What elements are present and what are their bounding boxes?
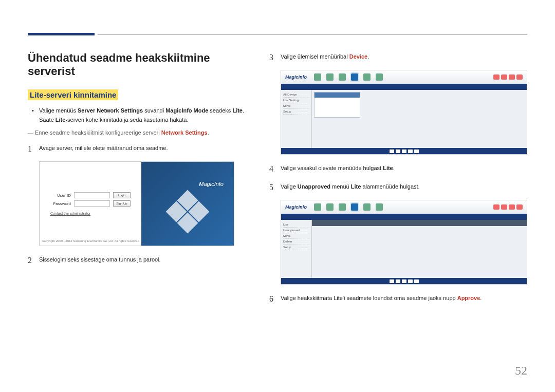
step-number: 5 bbox=[269, 181, 281, 194]
app-body: All Device Lite Setting Move Setup bbox=[281, 90, 527, 148]
sidebar-item[interactable]: Move bbox=[283, 233, 309, 239]
step-text: Valige vasakul olevate menüüde hulgast L… bbox=[281, 163, 527, 175]
tab-icon[interactable] bbox=[339, 203, 346, 211]
document-page: Ühendatud seadme heakskiitmine serverist… bbox=[0, 0, 555, 332]
left-column: Ühendatud seadme heakskiitmine serverist… bbox=[28, 51, 249, 311]
term-unapproved: Unapproved bbox=[298, 183, 330, 190]
term-device: Device bbox=[349, 53, 367, 60]
tab-icon[interactable] bbox=[376, 73, 383, 81]
t: alammenüüde hulgast. bbox=[361, 183, 419, 190]
status-icon[interactable] bbox=[493, 74, 499, 80]
right-column: 3 Valige ülemisel menüüribal Device. Mag… bbox=[269, 51, 527, 311]
sidebar-item[interactable]: Setup bbox=[283, 245, 309, 250]
step-text: Valige Unapproved menüü Lite alammenüüde… bbox=[281, 181, 527, 194]
contact-admin-link[interactable]: Contact the administrator bbox=[50, 212, 131, 215]
step-4: 4 Valige vasakul olevate menüüde hulgast… bbox=[269, 163, 527, 175]
status-icon[interactable] bbox=[509, 204, 515, 210]
topbar-right-icons bbox=[493, 204, 523, 210]
t: Saate bbox=[39, 117, 55, 123]
two-column-layout: Ühendatud seadme heakskiitmine serverist… bbox=[28, 51, 527, 311]
bold-term: Lite bbox=[55, 117, 66, 123]
sidebar-item[interactable]: Setup bbox=[283, 109, 309, 115]
tab-icon[interactable] bbox=[363, 203, 371, 211]
status-icon[interactable] bbox=[516, 204, 523, 210]
input-password[interactable] bbox=[74, 200, 110, 207]
app-subbar bbox=[281, 214, 527, 220]
note-dash: ― bbox=[28, 129, 35, 136]
footer-icon[interactable] bbox=[396, 279, 400, 283]
bullet-block: • Valige menüüs Server Network Settings … bbox=[32, 106, 249, 124]
step-text: Avage server, millele olete määranud oma… bbox=[39, 143, 249, 155]
footer-icon[interactable] bbox=[402, 150, 406, 153]
label-password: Password bbox=[50, 201, 71, 206]
table-header bbox=[312, 220, 527, 226]
topbar-right-icons bbox=[493, 74, 523, 80]
step-3: 3 Valige ülemisel menüüribal Device. bbox=[269, 51, 527, 64]
page-title: Ühendatud seadme heakskiitmine serverist bbox=[28, 51, 249, 78]
t: Enne seadme heakskiitmist konfigureerige… bbox=[35, 129, 161, 136]
footer-icon[interactable] bbox=[408, 150, 413, 153]
input-user-id[interactable] bbox=[74, 192, 110, 198]
step-number: 4 bbox=[269, 163, 281, 175]
step-text: Valige ülemisel menüüribal Device. bbox=[281, 51, 527, 64]
note-line: ― Enne seadme heakskiitmist konfigureeri… bbox=[28, 129, 249, 136]
brand-magicinfo: MagicInfo bbox=[199, 181, 224, 187]
sidebar-item[interactable]: Delete bbox=[283, 239, 309, 245]
t: seadeks bbox=[208, 107, 232, 114]
sidebar-item[interactable]: Lite Setting bbox=[283, 98, 309, 103]
sidebar-item-lite[interactable]: Lite bbox=[283, 222, 309, 228]
t: . bbox=[208, 129, 209, 136]
tab-icon[interactable] bbox=[363, 73, 371, 81]
step-2: 2 Sisselogimiseks sisestage oma tunnus j… bbox=[28, 254, 249, 267]
tab-icon[interactable] bbox=[339, 73, 346, 81]
status-icon[interactable] bbox=[509, 74, 515, 80]
status-icon[interactable] bbox=[516, 74, 523, 80]
tab-icon[interactable] bbox=[326, 73, 334, 81]
page-number: 52 bbox=[515, 364, 527, 378]
login-panel: User ID Login Password Sign Up Contact t… bbox=[40, 162, 141, 246]
tab-icon-device[interactable] bbox=[351, 203, 358, 211]
status-icon[interactable] bbox=[501, 204, 507, 210]
step-6: 6 Valige heakskiitmata Lite'i seadmete l… bbox=[269, 293, 527, 305]
bullet-dot: • bbox=[32, 106, 39, 124]
term-lite: Lite bbox=[351, 183, 361, 190]
footer-icon[interactable] bbox=[396, 150, 400, 153]
step-1: 1 Avage server, millele olete määranud o… bbox=[28, 143, 249, 155]
tab-icon-device[interactable] bbox=[351, 73, 358, 81]
sidebar-item-unapproved[interactable]: Unapproved bbox=[283, 228, 309, 233]
sidebar-item[interactable]: All Device bbox=[283, 92, 309, 98]
screenshot-app-unapproved: MagicInfo bbox=[281, 200, 527, 285]
tab-icon[interactable] bbox=[314, 203, 321, 211]
footer-icon[interactable] bbox=[390, 150, 394, 153]
tab-icon[interactable] bbox=[314, 73, 321, 81]
brand-magicinfo: MagicInfo bbox=[285, 74, 307, 80]
login-form: User ID Login Password Sign Up Contact t… bbox=[50, 192, 131, 215]
tab-icon[interactable] bbox=[376, 203, 383, 211]
app-footer bbox=[281, 278, 527, 284]
login-button[interactable]: Login bbox=[113, 192, 131, 198]
t: Valige ülemisel menüüribal bbox=[281, 53, 349, 60]
bullet-text: Valige menüüs Server Network Settings su… bbox=[39, 106, 249, 124]
app-topbar: MagicInfo bbox=[281, 70, 527, 84]
top-rule bbox=[98, 34, 527, 35]
status-icon[interactable] bbox=[493, 204, 499, 210]
device-panel[interactable] bbox=[314, 92, 360, 118]
t: Valige vasakul olevate menüüde hulgast bbox=[281, 165, 383, 171]
login-row-password: Password Sign Up bbox=[50, 200, 131, 207]
footer-icon[interactable] bbox=[390, 279, 394, 283]
app-main-area bbox=[312, 90, 527, 148]
footer-icon[interactable] bbox=[402, 279, 406, 283]
step-number: 6 bbox=[269, 293, 281, 305]
copyright-text: Copyright 2009 - 2012 Samsung Electronic… bbox=[42, 239, 139, 242]
step-5: 5 Valige Unapproved menüü Lite alammenüü… bbox=[269, 181, 527, 194]
footer-icon[interactable] bbox=[408, 279, 413, 283]
footer-icon[interactable] bbox=[414, 279, 419, 283]
t: . bbox=[367, 53, 369, 60]
sidebar-item[interactable]: Move bbox=[283, 103, 309, 109]
signup-button[interactable]: Sign Up bbox=[113, 200, 131, 207]
tab-icon[interactable] bbox=[326, 203, 334, 211]
t: . bbox=[243, 107, 244, 114]
t: . bbox=[480, 295, 482, 301]
status-icon[interactable] bbox=[501, 74, 507, 80]
footer-icon[interactable] bbox=[414, 150, 419, 153]
